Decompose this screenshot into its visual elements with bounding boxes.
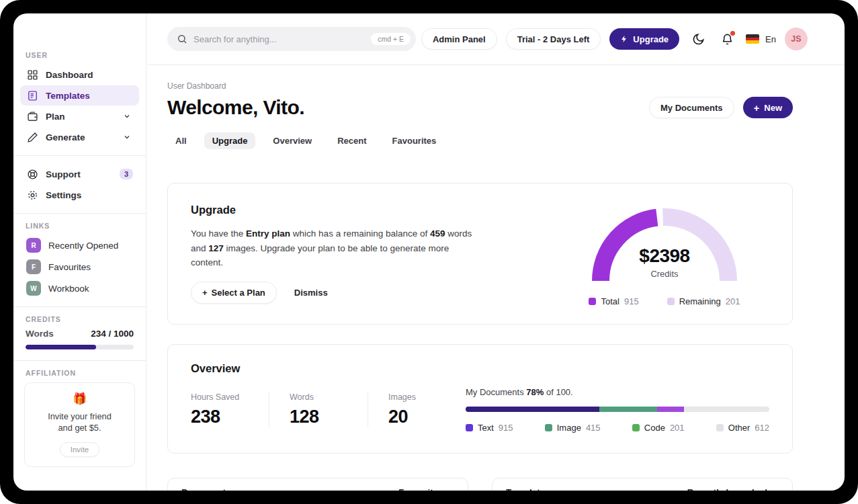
sidebar-link-label: Workbook [48, 284, 89, 294]
dismiss-button[interactable]: Dismiss [294, 288, 328, 298]
gauge-legend: Total 915 Remaining 201 [577, 296, 752, 306]
chevron-down-icon [447, 489, 454, 491]
documents-progress: My Documents 78% of 100. Text 915 [466, 387, 769, 433]
tab-overview[interactable]: Overview [265, 132, 320, 149]
legend-value: 415 [586, 423, 601, 433]
admin-panel-button[interactable]: Admin Panel [421, 28, 497, 50]
sidebar-link-favourites[interactable]: F Favourites [20, 257, 139, 277]
sidebar-section-credits: CREDITS [26, 315, 146, 323]
affiliation-text: Invite your friend and get $5. [32, 411, 128, 434]
stat-label: Hours Saved [191, 392, 249, 402]
new-button[interactable]: + New [743, 97, 793, 118]
title-row: Welcome, Vito. My Documents + New [167, 96, 793, 119]
legend-swatch [632, 424, 640, 431]
documents-bar-legend: Text 915 Image 415 Code 20 [466, 423, 769, 433]
legend-swatch [667, 298, 675, 305]
sidebar-item-templates[interactable]: Templates [20, 85, 139, 106]
stat-label: Images [388, 392, 446, 402]
language-label[interactable]: En [765, 34, 776, 44]
documents-card-title: Documents [181, 487, 231, 491]
legend-value: 201 [726, 296, 740, 306]
recently-opened-avatar: R [26, 238, 41, 253]
stat-value: 128 [290, 407, 347, 427]
bar-segment-code [657, 407, 685, 412]
sidebar-divider [13, 213, 146, 214]
select-plan-button[interactable]: + Select a Plan [191, 282, 277, 304]
stat-label: Words [290, 392, 347, 402]
legend-swatch [545, 424, 552, 431]
sidebar-item-settings[interactable]: Settings [20, 185, 139, 205]
upgrade-card-body: You have the Entry plan which has a rema… [191, 226, 480, 270]
legend-item-image: Image 415 [545, 423, 601, 433]
legend-item-code: Code 201 [632, 423, 685, 433]
upgrade-button[interactable]: Upgrade [609, 28, 679, 50]
my-documents-button[interactable]: My Documents [649, 97, 734, 118]
documents-stacked-bar [466, 407, 769, 412]
main-area: cmd + E Admin Panel Trial - 2 Days Left … [147, 13, 845, 491]
device-frame: USER Dashboard Templates Plan [0, 0, 858, 504]
sidebar-item-dashboard[interactable]: Dashboard [20, 65, 139, 85]
upgrade-button-label: Upgrade [633, 34, 669, 44]
sidebar-section-affiliation: AFFILIATION [26, 369, 146, 377]
search-bar[interactable]: cmd + E [167, 27, 416, 51]
gauge-center: $2398 Credits [585, 245, 744, 279]
stat-images: Images 20 [388, 392, 446, 427]
stat-words: Words 128 [290, 392, 347, 427]
sidebar-item-support[interactable]: Support 3 [20, 164, 139, 184]
new-button-label: New [764, 103, 782, 113]
sidebar-link-label: Recently Opened [48, 241, 118, 251]
support-lifebuoy-icon [26, 168, 38, 180]
sidebar-item-plan[interactable]: Plan [20, 106, 139, 126]
german-flag-icon[interactable] [746, 34, 759, 44]
trial-status-button[interactable]: Trial - 2 Days Left [506, 28, 601, 50]
affiliation-line2: and get $5. [58, 423, 101, 433]
stat-divider [368, 392, 368, 427]
credits-words-row: Words 234 / 1000 [26, 329, 134, 339]
invite-button[interactable]: Invite [60, 442, 100, 457]
credits-gauge: $2398 Credits Total 915 Remaining [577, 204, 752, 306]
sidebar-item-label: Generate [46, 132, 85, 142]
gauge-chart: $2398 Credits [585, 204, 744, 288]
page-content: User Dashboard Welcome, Vito. My Documen… [147, 65, 845, 491]
topbar-right: Admin Panel Trial - 2 Days Left Upgrade [421, 28, 808, 50]
dark-mode-toggle[interactable] [688, 33, 708, 46]
sidebar-link-recently-opened[interactable]: R Recently Opened [20, 235, 139, 255]
sidebar-divider [13, 360, 146, 361]
stat-value: 238 [191, 407, 249, 427]
title-actions: My Documents + New [649, 97, 793, 118]
tab-favourites[interactable]: Favourites [384, 132, 445, 149]
legend-item-text: Text 915 [466, 423, 513, 433]
legend-swatch [589, 298, 596, 305]
sidebar-section-user: USER [26, 51, 146, 59]
plan-wallet-icon [26, 110, 38, 122]
user-avatar[interactable]: JS [785, 28, 808, 50]
affiliation-card: 🎁 Invite your friend and get $5. Invite [24, 382, 135, 467]
sidebar-item-label: Dashboard [46, 70, 93, 80]
upgrade-card-actions: + Select a Plan Dismiss [191, 282, 480, 304]
sidebar-item-label: Templates [46, 91, 90, 101]
search-input[interactable] [194, 34, 371, 44]
search-icon [177, 34, 187, 44]
credits-value: 234 / 1000 [91, 329, 134, 339]
stat-divider [269, 392, 269, 427]
legend-label: Text [478, 423, 494, 433]
gift-icon: 🎁 [32, 392, 128, 406]
search-shortcut-hint: cmd + E [371, 33, 411, 45]
affiliation-line1: Invite your friend [48, 411, 112, 421]
sidebar-item-generate[interactable]: Generate [20, 127, 139, 147]
credits-progress-fill [26, 345, 96, 349]
legend-swatch [716, 424, 724, 431]
tab-recent[interactable]: Recent [329, 132, 374, 149]
notifications-button[interactable] [717, 33, 737, 46]
templates-filter-dropdown[interactable]: Recently Launched [687, 487, 779, 491]
tab-upgrade[interactable]: Upgrade [204, 132, 256, 149]
favourites-avatar: F [26, 259, 41, 274]
sidebar-link-workbook[interactable]: W Workbook [20, 278, 139, 298]
tab-all[interactable]: All [167, 132, 195, 149]
documents-filter-dropdown[interactable]: Favourites [398, 487, 454, 491]
documents-card-header: Documents Favourites [168, 478, 468, 491]
templates-document-icon [26, 89, 38, 101]
bar-segment-text [466, 407, 599, 412]
stat-hours-saved: Hours Saved 238 [191, 392, 249, 427]
sidebar-section-links: LINKS [26, 222, 146, 230]
